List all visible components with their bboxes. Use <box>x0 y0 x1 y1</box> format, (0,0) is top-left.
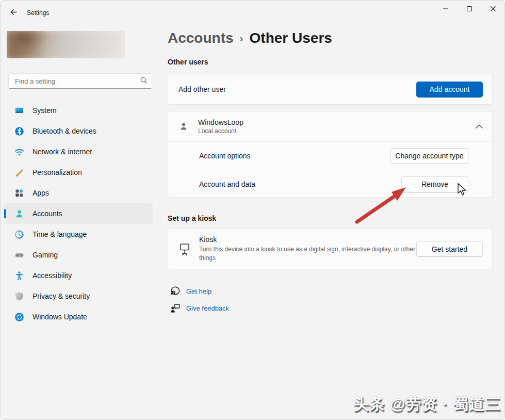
sidebar-item-label: Accounts <box>32 209 62 218</box>
other-users-heading: Other users <box>168 58 208 66</box>
search-icon <box>140 76 148 86</box>
sidebar-item-time-language[interactable]: Time & language <box>4 224 153 245</box>
feedback-icon <box>169 302 181 314</box>
person-icon <box>178 121 189 132</box>
settings-window: Settings System Blueto <box>0 0 505 420</box>
update-icon <box>14 312 24 322</box>
sidebar-item-apps[interactable]: Apps <box>4 183 153 203</box>
kiosk-text: Kiosk Turn this device into a kiosk to u… <box>199 235 416 263</box>
account-name: WindowsLoop <box>198 118 476 126</box>
kiosk-heading: Set up a kiosk <box>168 214 216 222</box>
account-options-label: Account options <box>199 152 390 160</box>
add-other-user-row: Add other user Add account <box>168 74 493 105</box>
sidebar-item-label: Bluetooth & devices <box>32 127 96 135</box>
account-card: WindowsLoop Local account Account option… <box>168 111 493 198</box>
search-input[interactable] <box>14 77 140 86</box>
sidebar-item-bluetooth-devices[interactable]: Bluetooth & devices <box>4 121 153 141</box>
sidebar-item-label: System <box>32 106 57 115</box>
sidebar-item-gaming[interactable]: Gaming <box>4 245 153 265</box>
wifi-icon <box>14 147 24 157</box>
app-title: Settings <box>27 9 49 17</box>
give-feedback-link[interactable]: Give feedback <box>169 302 229 314</box>
back-button[interactable] <box>7 7 20 19</box>
sidebar-item-system[interactable]: System <box>4 100 153 121</box>
sidebar-item-personalization[interactable]: Personalization <box>4 162 153 183</box>
close-button[interactable] <box>481 0 505 19</box>
shield-icon <box>14 292 24 301</box>
search-box <box>8 73 152 89</box>
selection-indicator <box>4 209 6 218</box>
kiosk-card: Kiosk Turn this device into a kiosk to u… <box>168 229 493 269</box>
back-arrow-icon <box>9 8 18 18</box>
gamepad-icon <box>14 250 24 260</box>
accessibility-icon <box>14 271 24 281</box>
change-account-type-button[interactable]: Change account type <box>390 148 468 164</box>
sidebar-item-label: Accessibility <box>32 271 72 280</box>
account-type: Local account <box>198 127 476 135</box>
minimize-icon <box>443 6 449 13</box>
maximize-icon <box>466 6 473 13</box>
sidebar-item-privacy-security[interactable]: Privacy & security <box>4 286 153 306</box>
svg-text:?: ? <box>172 291 174 295</box>
account-header-row[interactable]: WindowsLoop Local account <box>168 111 492 141</box>
add-account-button[interactable]: Add account <box>416 82 483 98</box>
window-controls <box>434 0 505 19</box>
close-icon <box>490 6 496 13</box>
breadcrumb: Accounts›Other Users <box>168 30 332 46</box>
sidebar-item-label: Privacy & security <box>32 292 90 300</box>
give-feedback-label: Give feedback <box>186 304 229 312</box>
account-identity: WindowsLoop Local account <box>198 118 476 135</box>
sidebar-item-network-internet[interactable]: Network & internet <box>4 141 153 162</box>
sidebar-item-label: Time & language <box>32 230 87 238</box>
user-profile-blurred <box>7 31 125 58</box>
profile-blur-image <box>7 31 125 58</box>
apps-icon <box>14 188 24 198</box>
sidebar-item-accounts[interactable]: Accounts <box>4 203 153 224</box>
sidebar-item-label: Windows Update <box>32 313 87 321</box>
help-bubble-icon: ? <box>169 285 181 297</box>
remove-button[interactable]: Remove <box>401 176 468 192</box>
chevron-up-icon <box>476 124 483 128</box>
account-options-row: Account options Change account type <box>168 141 492 170</box>
watermark-text: 头条 @劳资 · 蜀道三 <box>353 394 501 415</box>
get-started-button[interactable]: Get started <box>416 241 483 257</box>
maximize-button[interactable] <box>458 0 481 19</box>
minimize-button[interactable] <box>434 0 458 19</box>
kiosk-title: Kiosk <box>199 235 416 244</box>
sidebar-item-windows-update[interactable]: Windows Update <box>4 306 153 327</box>
breadcrumb-accounts[interactable]: Accounts <box>168 30 234 46</box>
account-data-row: Account and data Remove <box>168 170 492 198</box>
paintbrush-icon <box>14 168 24 177</box>
system-icon <box>14 106 24 116</box>
page-title: Other Users <box>250 30 332 46</box>
get-help-link[interactable]: ? Get help <box>169 285 211 297</box>
kiosk-icon <box>178 243 191 256</box>
clock-globe-icon <box>14 230 24 239</box>
sidebar-nav: System Bluetooth & devices Network & int… <box>4 100 153 327</box>
breadcrumb-separator: › <box>240 32 243 44</box>
account-data-label: Account and data <box>199 180 401 188</box>
sidebar-item-label: Apps <box>32 189 49 197</box>
bluetooth-icon <box>14 126 24 136</box>
add-other-user-label: Add other user <box>178 85 416 93</box>
accounts-icon <box>14 209 24 219</box>
sidebar-item-label: Network & internet <box>32 148 92 156</box>
kiosk-description: Turn this device into a kiosk to use as … <box>199 245 416 263</box>
sidebar-item-label: Personalization <box>32 168 82 176</box>
get-help-label: Get help <box>186 287 211 295</box>
sidebar-item-accessibility[interactable]: Accessibility <box>4 265 153 286</box>
sidebar-item-label: Gaming <box>32 251 58 259</box>
